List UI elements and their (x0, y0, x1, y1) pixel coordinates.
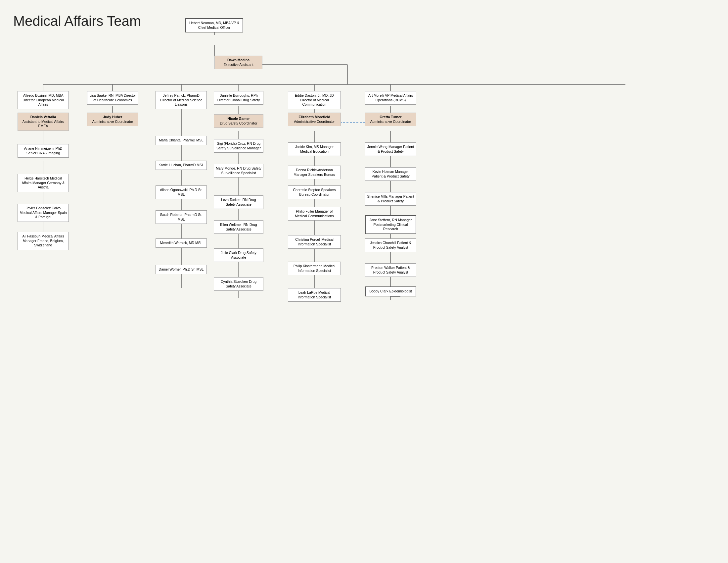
alfredo-name: Alfredo Bozinni, MD, MBA (23, 93, 63, 97)
danielle-name: Danielle Burroughs, RPh (219, 93, 258, 97)
donna-title: Manager Speakers Bureau (294, 172, 335, 176)
ali-name: Ali Fassouh (23, 234, 41, 238)
node-jane: Jane Steffern, RN Manager Postmarketing … (365, 215, 416, 234)
preston-name: Preston Walker (371, 265, 395, 269)
javier-name: Javier Gonzalez Calvo (26, 206, 61, 210)
node-cmo: Hebert Neuman, MD, MBA VP & Chief Medica… (185, 18, 243, 32)
karrie-title: MSL (197, 163, 204, 167)
dawn-name: Dawn Medina (216, 58, 260, 63)
node-mary: Mary Monge, RN Drug Safety Surveillance … (214, 164, 263, 177)
eddie-title: Director of Medical Communication (300, 98, 329, 107)
alfredo-title: Director European Medical Affairs (23, 98, 64, 107)
node-cherrelle: Cherrelle Steptoe Speakers Bureau Coordi… (288, 185, 341, 199)
helge-name: Helge Harsitsch (24, 176, 49, 180)
cmo-name: Hebert Neuman, MD, MBA (189, 21, 230, 25)
node-alison: Alison Ogonowski, Ph.D Sr. MSL (156, 185, 207, 199)
javier-title: Medical Affairs Manager Spain & Portugal (20, 211, 67, 219)
gigi-name: Gigi (Florida) Cruz, RN (217, 141, 252, 145)
node-art: Art Morelli VP Medical Affairs Operation… (365, 91, 416, 105)
node-daniela: Daniela Vetralla Assistant to Medical Af… (18, 113, 69, 131)
node-helge: Helge Harsitsch Medical Affairs Manager … (18, 174, 69, 192)
node-gretta: Gretta Turner Administrative Coordinator (365, 113, 416, 126)
donna-name: Donna Richie-Anderson (296, 168, 333, 172)
node-daniel: Daniel Worner, Ph.D Sr. MSL (156, 265, 207, 274)
node-nicole: Nicole Gamer Drug Safety Coordinator (214, 114, 263, 128)
art-name: Art Morelli (368, 93, 384, 97)
node-javier: Javier Gonzalez Calvo Medical Affairs Ma… (18, 204, 69, 222)
alison-name: Alison Ogonowski, Ph.D (160, 188, 197, 192)
danielle-title: Director Global Drug Safety (217, 98, 260, 102)
node-ariane: Ariane Nimmeigem, PhD Senior CRA - Imagi… (18, 144, 69, 158)
kevin-name: Kevin Holman (373, 169, 394, 173)
bobby-title: Epidemiologist (389, 289, 412, 293)
node-meredith: Meredith Warnick, MD MSL (156, 238, 207, 248)
gretta-name: Gretta Turner (367, 115, 414, 119)
jeffrey-name: Jeffrey Patrick, PharmD (163, 93, 200, 97)
judy-title: Administrative Coordinator (92, 119, 133, 123)
lisa-name: Lisa Saake, RN, MBA (89, 93, 123, 97)
daniela-title: Assistant to Medical Affairs EMEA (23, 119, 64, 128)
page-title: Medical Affairs Team (13, 13, 721, 29)
daniela-name: Daniela Vetralla (20, 115, 67, 119)
node-cynthia: Cynthia Stuecken Drug Safety Associate (214, 277, 263, 291)
page: Medical Affairs Team (0, 0, 728, 563)
node-preston: Preston Walker Patient & Product Safety … (365, 263, 416, 277)
nicole-title: Drug Safety Coordinator (220, 121, 257, 125)
node-eddie: Eddie Daston, Jr, MD, JD Director of Med… (288, 91, 341, 109)
cherrelle-name: Cherrelle Steptoe (293, 188, 320, 192)
philip-fuller-name: Philip Fuller (296, 209, 314, 213)
bobby-name: Bobby Clark (369, 289, 388, 293)
node-philip-fuller: Philip Fuller Manager of Medical Communi… (288, 207, 341, 220)
meredith-name: Meredith Warnick, MD (160, 241, 194, 245)
elizabeth-title: Administrative Coordinator (294, 119, 335, 123)
daniel-title: Sr. MSL (191, 267, 204, 271)
node-ali: Ali Fassouh Medical Affairs Manager Fran… (18, 232, 69, 250)
leza-name: Leza Tackett, RN (221, 198, 248, 202)
meredith-title: MSL (195, 241, 203, 245)
node-danielle: Danielle Burroughs, RPh Director Global … (214, 91, 263, 105)
node-bobby: Bobby Clark Epidemiologist (365, 287, 416, 297)
connectors (0, 0, 728, 563)
node-alfredo: Alfredo Bozinni, MD, MBA Director Europe… (18, 91, 69, 109)
mary-name: Mary Monge, RN (216, 166, 242, 170)
node-philip-klostermann: Philip Klostermann Medical Information S… (288, 261, 341, 275)
node-jeffrey: Jeffrey Patrick, PharmD Director of Medi… (156, 91, 207, 109)
leah-name: Leah LaRue (298, 291, 317, 295)
node-ellen: Ellen Weltmer, RN Drug Safety Associate (214, 220, 263, 234)
eddie-name: Eddie Daston, Jr, MD, JD (295, 93, 334, 97)
node-leah: Leah LaRue Medical Information Specialis… (288, 288, 341, 302)
karrie-name: Karrie Liuchan, PharmD (159, 163, 196, 167)
node-sarah: Sarah Roberts, PharmD Sr. MSL (156, 210, 207, 224)
jackie-name: Jackie Kim, MS (295, 145, 319, 149)
cynthia-name: Cynthia Stuecken (221, 279, 248, 284)
elizabeth-name: Elizabeth Morefield (290, 115, 339, 119)
ellen-name: Ellen Weltmer, RN (220, 222, 249, 226)
node-jackie: Jackie Kim, MS Manager Medical Education (288, 142, 341, 156)
node-karrie: Karrie Liuchan, PharmD MSL (156, 161, 207, 170)
node-kevin: Kevin Holman Manager Patient & Product S… (365, 167, 416, 181)
jennie-name: Jennie Wang (367, 145, 387, 149)
jessica-name: Jessica Churchill (370, 241, 396, 245)
node-jessica: Jessica Churchill Patient & Product Safe… (365, 238, 416, 252)
node-gigi: Gigi (Florida) Cruz, RN Drug Safety Surv… (214, 139, 263, 153)
node-maria: Maria Chianta, PharmD MSL (156, 136, 207, 145)
node-leza: Leza Tackett, RN Drug Safety Associate (214, 195, 263, 209)
jeffrey-title: Director of Medical Science Liaisons (160, 98, 203, 107)
julie-name: Julie Clark (221, 251, 237, 255)
node-shenice: Shenice Mills Manager Patient & Product … (365, 192, 416, 206)
nicole-name: Nicole Gamer (216, 117, 261, 121)
node-jennie: Jennie Wang Manager Patient & Product Sa… (365, 142, 416, 156)
dawn-title: Executive Assistant (223, 63, 253, 67)
christina-name: Christina Purcell (295, 237, 320, 241)
daniel-name: Daniel Worner, Ph.D (159, 267, 191, 271)
node-julie: Julie Clark Drug Safety Associate (214, 248, 263, 262)
ariane-name: Ariane Nimmeigem, PhD (24, 146, 63, 150)
node-christina: Christina Purcell Medical Information Sp… (288, 235, 341, 249)
node-dawn: Dawn Medina Executive Assistant (214, 56, 262, 69)
node-donna: Donna Richie-Anderson Manager Speakers B… (288, 165, 341, 179)
maria-title: MSL (196, 138, 204, 142)
node-judy: Judy Huber Administrative Coordinator (87, 113, 138, 126)
gretta-title: Administrative Coordinator (370, 119, 411, 123)
jane-name: Jane Steffern, RN (370, 218, 397, 222)
shenice-name: Shenice Mills (367, 194, 388, 198)
